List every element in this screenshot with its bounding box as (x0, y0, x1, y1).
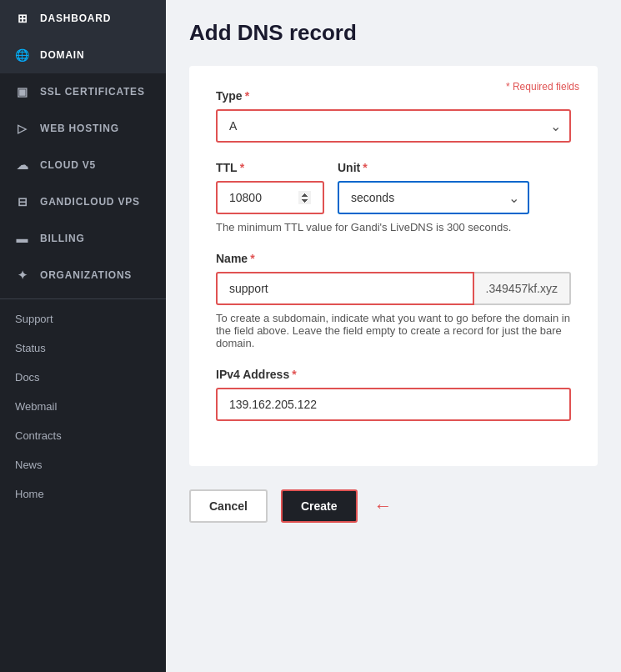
required-fields-note: * Required fields (506, 81, 579, 93)
name-label: Name * (216, 252, 571, 265)
sidebar-item-label: SSL Certificates (40, 86, 145, 98)
billing-icon: ▬ (15, 232, 30, 245)
unit-select-wrapper: secondsminuteshoursdays ⌄ (338, 181, 529, 214)
name-input[interactable] (216, 272, 474, 305)
ttl-hint: The minimum TTL value for Gandi's LiveDN… (216, 221, 571, 233)
name-suffix: .349457kf.xyz (474, 272, 571, 305)
sidebar-item-ssl-certificates[interactable]: ▣SSL Certificates (0, 73, 166, 110)
sidebar-item-gandicloud-vps[interactable]: ⊟GandiCloud VPS (0, 183, 166, 220)
sidebar-item-label: GandiCloud VPS (40, 196, 140, 208)
domain-icon: 🌐 (15, 48, 30, 62)
dashboard-icon: ⊞ (15, 12, 30, 25)
gandicloud-vps-icon: ⊟ (15, 195, 30, 208)
type-select[interactable]: AAAAACNAMEMXTXTNSSRVCAA (216, 109, 571, 143)
arrow-indicator-icon: ← (374, 495, 393, 517)
sidebar: ⊞Dashboard🌐Domain▣SSL Certificates▷Web H… (0, 0, 166, 672)
name-input-row: .349457kf.xyz (216, 272, 571, 305)
ipv4-field-group: IPv4 Address * (216, 368, 571, 421)
sidebar-link-docs[interactable]: Docs (0, 363, 166, 392)
page-title: Add DNS record (189, 20, 598, 46)
type-select-wrapper: AAAAACNAMEMXTXTNSSRVCAA ⌄ (216, 109, 571, 143)
sidebar-link-support[interactable]: Support (0, 304, 166, 333)
sidebar-item-billing[interactable]: ▬Billing (0, 220, 166, 257)
sidebar-link-contracts[interactable]: Contracts (0, 421, 166, 450)
ttl-column: TTL * (216, 161, 324, 214)
sidebar-item-domain[interactable]: 🌐Domain (0, 37, 166, 73)
create-button[interactable]: Create (281, 489, 358, 523)
name-hint: To create a subdomain, indicate what you… (216, 312, 571, 349)
sidebar-link-home[interactable]: Home (0, 479, 166, 509)
ttl-unit-row: TTL * Unit * secondsminuteshoursdays ⌄ (216, 161, 571, 214)
ipv4-input[interactable] (216, 388, 571, 421)
ipv4-label: IPv4 Address * (216, 368, 571, 381)
sidebar-divider (0, 298, 166, 299)
ttl-label: TTL * (216, 161, 324, 174)
sidebar-link-webmail[interactable]: Webmail (0, 392, 166, 421)
unit-column: Unit * secondsminuteshoursdays ⌄ (338, 161, 529, 214)
name-field-group: Name * .349457kf.xyz To create a subdoma… (216, 252, 571, 349)
sidebar-item-dashboard[interactable]: ⊞Dashboard (0, 0, 166, 37)
form-actions: Cancel Create ← (189, 489, 598, 523)
sidebar-item-label: Organizations (40, 269, 132, 281)
form-card: * Required fields Type * AAAAACNAMEMXTXT… (189, 66, 598, 466)
sidebar-item-label: Dashboard (40, 13, 111, 24)
unit-select[interactable]: secondsminuteshoursdays (338, 181, 529, 214)
main-content: Add DNS record * Required fields Type * … (166, 0, 621, 672)
organizations-icon: ✦ (15, 268, 30, 282)
unit-label: Unit * (338, 161, 529, 174)
sidebar-item-web-hosting[interactable]: ▷Web Hosting (0, 110, 166, 147)
ttl-field-group: TTL * Unit * secondsminuteshoursdays ⌄ (216, 161, 571, 233)
sidebar-item-label: Web Hosting (40, 123, 119, 134)
sidebar-item-organizations[interactable]: ✦Organizations (0, 257, 166, 293)
sidebar-link-news[interactable]: News (0, 450, 166, 479)
cloud-v5-icon: ☁ (15, 158, 30, 172)
sidebar-item-label: Cloud V5 (40, 159, 96, 171)
cancel-button[interactable]: Cancel (189, 489, 268, 523)
sidebar-item-cloud-v5[interactable]: ☁Cloud V5 (0, 147, 166, 183)
sidebar-item-label: Domain (40, 49, 84, 61)
sidebar-item-label: Billing (40, 233, 85, 244)
web-hosting-icon: ▷ (15, 122, 30, 135)
ssl-certificates-icon: ▣ (15, 85, 30, 98)
type-field-group: Type * AAAAACNAMEMXTXTNSSRVCAA ⌄ (216, 89, 571, 143)
ttl-input[interactable] (216, 181, 324, 214)
sidebar-link-status[interactable]: Status (0, 333, 166, 363)
